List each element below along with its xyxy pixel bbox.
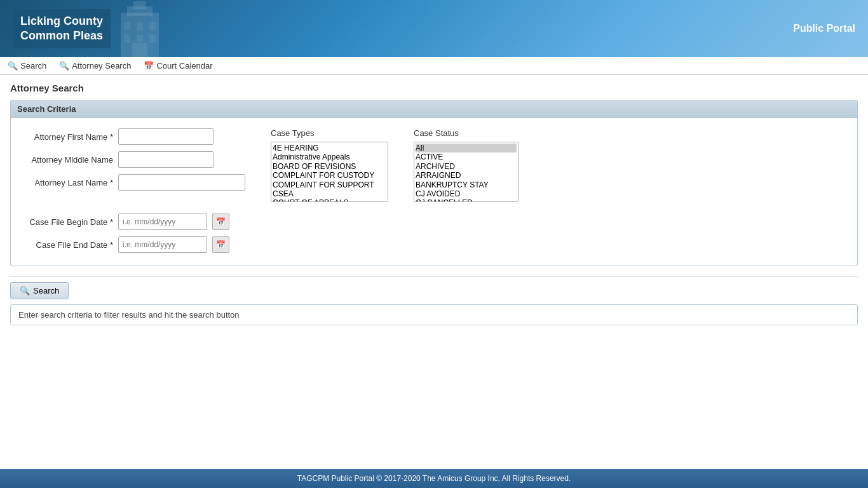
case-type-option[interactable]: COMPLAINT FOR CUSTODY: [273, 171, 386, 180]
attorney-middle-name-label: Attorney Middle Name: [21, 155, 113, 165]
case-status-option[interactable]: ACTIVE: [416, 152, 517, 161]
search-button[interactable]: 🔍 Search: [10, 282, 69, 299]
svg-rect-4: [137, 22, 143, 30]
case-type-option[interactable]: Administrative Appeals: [273, 152, 386, 161]
case-types-select[interactable]: 4E HEARING Administrative Appeals BOARD …: [271, 142, 388, 202]
case-status-label: Case Status: [414, 128, 459, 138]
attorney-last-name-row: Attorney Last Name *: [21, 174, 245, 191]
case-status-option[interactable]: ARRAIGNED: [416, 171, 517, 180]
search-criteria-body: Attorney First Name * Attorney Middle Na…: [11, 118, 857, 266]
case-file-begin-date-input[interactable]: [118, 214, 207, 230]
svg-rect-7: [137, 35, 143, 43]
case-status-option[interactable]: BANKRUPTCY STAY: [416, 180, 517, 189]
date-section: Case File Begin Date * 📅 Case File End D…: [21, 214, 847, 253]
building-decoration: [102, 0, 178, 57]
attorney-first-name-label: Attorney First Name *: [21, 132, 113, 142]
page-header: Licking County Common Pleas Public Porta…: [0, 0, 868, 57]
attorney-search-nav-icon: 🔍: [59, 61, 69, 71]
case-file-begin-date-row: Case File Begin Date * 📅: [21, 214, 847, 230]
case-status-option[interactable]: CJ CANCELLED: [416, 198, 517, 202]
calendar-icon: 📅: [216, 217, 226, 226]
case-status-option[interactable]: All: [416, 144, 517, 152]
case-types-label: Case Types: [271, 128, 314, 138]
calendar-icon: 📅: [216, 240, 226, 249]
svg-rect-8: [149, 35, 156, 43]
nav-search[interactable]: 🔍 Search: [8, 61, 46, 71]
attorney-last-name-input[interactable]: [118, 174, 245, 191]
case-file-begin-date-calendar-button[interactable]: 📅: [212, 214, 229, 230]
svg-rect-3: [124, 22, 130, 30]
search-nav-icon: 🔍: [8, 61, 18, 71]
case-type-option[interactable]: 4E HEARING: [273, 144, 386, 152]
search-criteria-box: Search Criteria Attorney First Name * At…: [10, 100, 858, 266]
case-file-end-date-input[interactable]: [118, 236, 207, 253]
search-button-label: Search: [33, 286, 59, 295]
case-type-option[interactable]: COURT OF APPEALS -: [273, 198, 386, 202]
attorney-middle-name-input[interactable]: [118, 151, 214, 168]
search-button-icon: 🔍: [20, 286, 30, 295]
case-file-begin-date-label: Case File Begin Date *: [21, 217, 113, 227]
svg-rect-5: [149, 22, 156, 30]
site-title: Licking County Common Pleas: [13, 9, 111, 49]
case-status-select[interactable]: All ACTIVE ARCHIVED ARRAIGNED BANKRUPTCY…: [414, 142, 519, 202]
attorney-middle-name-row: Attorney Middle Name: [21, 151, 245, 168]
svg-rect-6: [124, 35, 130, 43]
case-type-option[interactable]: BOARD OF REVISIONS: [273, 162, 386, 171]
attorney-last-name-label: Attorney Last Name *: [21, 178, 113, 187]
page-title: Attorney Search: [10, 83, 858, 93]
case-type-option[interactable]: COMPLAINT FOR SUPPORT: [273, 180, 386, 189]
nav-court-calendar[interactable]: 📅 Court Calendar: [144, 61, 212, 71]
nav-attorney-search[interactable]: 🔍 Attorney Search: [59, 61, 131, 71]
portal-label: Public Portal: [793, 23, 855, 34]
case-file-end-date-row: Case File End Date * 📅: [21, 236, 847, 253]
case-type-option[interactable]: CSEA: [273, 189, 386, 198]
case-file-end-date-calendar-button[interactable]: 📅: [212, 236, 229, 253]
svg-rect-2: [133, 1, 146, 9]
case-status-option[interactable]: CJ AVOIDED: [416, 189, 517, 198]
case-status-option[interactable]: ARCHIVED: [416, 162, 517, 171]
case-status-section: Case Status All ACTIVE ARCHIVED ARRAIGNE…: [414, 128, 519, 202]
svg-rect-9: [132, 43, 147, 57]
navbar: 🔍 Search 🔍 Attorney Search 📅 Court Calen…: [0, 57, 868, 75]
search-criteria-header: Search Criteria: [11, 100, 857, 118]
search-button-row: 🔍 Search: [10, 276, 858, 304]
attorney-first-name-input[interactable]: [118, 128, 214, 145]
attorney-fields: Attorney First Name * Attorney Middle Na…: [21, 128, 245, 191]
page-content: Attorney Search Search Criteria Attorney…: [0, 75, 868, 333]
case-file-end-date-label: Case File End Date *: [21, 240, 113, 250]
attorney-first-name-row: Attorney First Name *: [21, 128, 245, 145]
form-section: Attorney First Name * Attorney Middle Na…: [21, 128, 847, 202]
case-types-section: Case Types 4E HEARING Administrative App…: [271, 128, 388, 202]
calendar-nav-icon: 📅: [144, 61, 154, 71]
info-message: Enter search criteria to filter results …: [10, 304, 858, 325]
